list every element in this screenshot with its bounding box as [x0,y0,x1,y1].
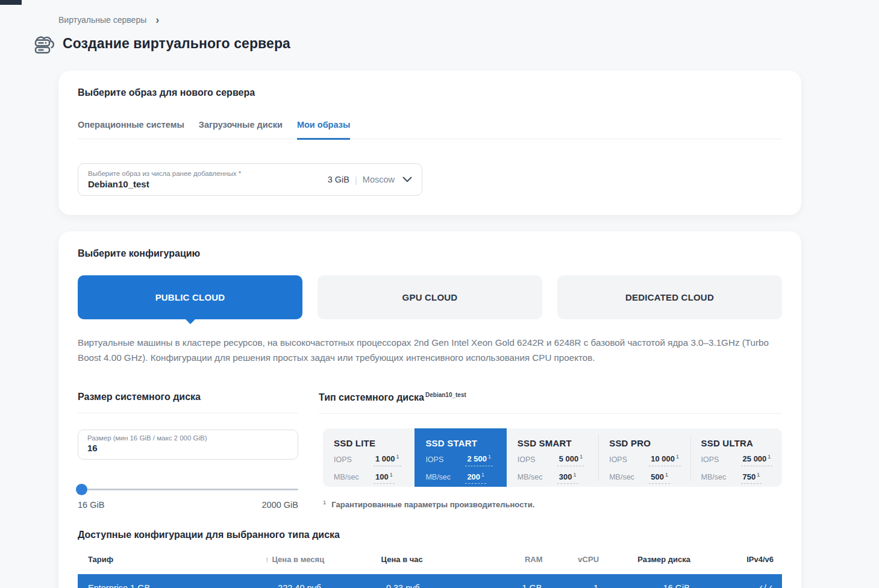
disk-type-tiles: SSD LITE IOPS1 0001 MB/sec1001 SSD START… [323,428,782,487]
cell-vcpu: 1 [543,574,599,588]
cell-price-month: 222,40 руб. [219,574,324,588]
cell-price-hour: 0,33 руб. [324,574,423,588]
col-ram: RAM [423,555,543,574]
image-select-label: Выберите образ из числа ранее добавленны… [88,170,241,177]
slider-max-label: 2000 GiB [262,500,298,510]
mbsec-value: 5001 [649,472,670,484]
iops-label: IOPS [334,455,368,464]
tab-boot-disks[interactable]: Загрузочные диски [199,120,283,140]
iops-label: IOPS [425,455,459,464]
tab-my-images[interactable]: Мои образы [297,120,350,140]
mbsec-value: 1001 [374,472,395,484]
tile-ssd-pro[interactable]: SSD PRO IOPS10 0001 MB/sec5001 [598,428,690,487]
tile-name: SSD ULTRA [701,438,777,448]
tile-ssd-smart[interactable]: SSD SMART IOPS5 0001 MB/sec3001 [507,428,598,487]
disk-size-slider[interactable] [78,484,298,495]
iops-value: 2 5001 [465,454,493,466]
tile-ssd-ultra[interactable]: SSD ULTRA IOPS25 0001 MB/sec7501 [690,428,782,487]
breadcrumb-virtual-servers[interactable]: Виртуальные серверы [58,15,146,25]
col-price-month[interactable]: ↑Цена в месяц [219,555,324,574]
slider-track[interactable] [78,489,298,490]
mbsec-label: MB/sec [609,473,643,481]
image-select[interactable]: Выберите образ из числа ранее добавленны… [78,163,422,196]
iops-label: IOPS [609,455,643,464]
iops-value: 5 0001 [557,454,585,466]
divider [78,413,298,413]
tab-operating-systems[interactable]: Операционные системы [78,120,184,140]
cloud-server-icon [31,32,55,55]
disk-type-image-superscript: Debian10_test [425,392,466,398]
breadcrumb: Виртуальные серверы › [58,15,801,25]
configurations-table: Тариф ↑Цена в месяц Цена в час RAM vCPU … [78,555,782,588]
mbsec-label: MB/sec [518,473,551,481]
col-vcpu: vCPU [543,555,599,574]
public-cloud-label: PUBLIC CLOUD [155,292,225,302]
cell-disk: 16 GiB [599,574,690,588]
col-ipv4v6: IPv4/v6 [690,555,782,574]
divider [319,413,782,414]
page-title: Создание виртуального сервера [63,36,290,52]
disk-size-field[interactable]: Размер (мин 16 GiB / макс 2 000 GiB) [78,430,298,460]
mbsec-label: MB/sec [701,473,735,481]
col-tariff: Тариф [78,555,219,574]
iops-label: IOPS [518,455,551,464]
mbsec-label: MB/sec [425,473,459,481]
iops-label: IOPS [701,455,735,464]
tile-ssd-start[interactable]: SSD START IOPS2 5001 MB/sec2001 [414,428,506,487]
mbsec-value: 2001 [465,472,486,484]
configs-heading: Доступные конфигурации для выбранного ти… [78,530,782,540]
mbsec-value: 7501 [741,472,762,484]
col-disk-size: Размер диска [599,555,690,574]
iops-value: 10 0001 [649,454,681,466]
active-pointer [185,319,196,324]
tile-ssd-lite[interactable]: SSD LITE IOPS1 0001 MB/sec1001 [323,428,414,487]
tile-name: SSD LITE [334,438,410,448]
iops-value: 25 0001 [741,454,773,466]
tile-name: SSD START [425,438,501,448]
config-card-heading: Выберите конфигурацию [78,248,782,259]
public-cloud-button[interactable]: PUBLIC CLOUD [78,275,302,319]
app-corner-chip [0,0,22,5]
image-select-value: Debian10_test [88,179,241,189]
mbsec-value: 3001 [557,472,578,484]
gpu-cloud-button[interactable]: GPU CLOUD [318,275,542,319]
sort-ascending-icon: ↑ [265,555,269,564]
chevron-down-icon[interactable] [402,177,412,183]
col-price-hour: Цена в час [324,555,423,574]
disk-size-input[interactable] [87,443,289,453]
cell-tariff: Enterprise 1 GB [78,574,219,588]
disk-size-heading: Размер системного диска [78,392,298,402]
image-card-heading: Выберите образ для нового сервера [78,87,782,98]
cell-ram: 1 GB [423,574,543,588]
dedicated-cloud-button[interactable]: DEDICATED CLOUD [557,275,782,319]
disk-size-label: Размер (мин 16 GiB / макс 2 000 GiB) [87,434,289,442]
cloud-type-buttons: PUBLIC CLOUD GPU CLOUD DEDICATED CLOUD [78,275,782,319]
slider-min-label: 16 GiB [78,500,104,510]
disk-size-section: Размер системного диска Размер (мин 16 G… [78,392,298,510]
configuration-card: Выберите конфигурацию PUBLIC CLOUD GPU C… [58,231,801,588]
iops-value: 1 0001 [374,454,401,466]
dedicated-cloud-label: DEDICATED CLOUD [625,292,714,302]
chevron-right-icon: › [155,16,159,24]
cloud-type-description: Виртуальные машины в кластере ресурсов, … [78,335,777,365]
tile-name: SSD SMART [518,438,593,448]
image-region: Moscow [363,175,395,184]
separator: | [355,175,357,185]
image-size: 3 GiB [328,175,349,184]
mbsec-label: MB/sec [334,473,368,481]
performance-footnote: 1Гарантированные параметры производитель… [323,499,782,509]
table-row-enterprise-1gb[interactable]: Enterprise 1 GB 222,40 руб. 0,33 руб. 1 … [78,574,782,588]
image-source-tabs: Операционные системы Загрузочные диски М… [78,120,782,139]
disk-type-heading: Тип системного диска [319,392,424,402]
image-selection-card: Выберите образ для нового сервера Операц… [58,70,801,215]
create-server-page: Виртуальные серверы › Создание виртуальн… [0,0,801,588]
gpu-cloud-label: GPU CLOUD [402,292,458,302]
cell-ip-checkmarks: ✓/✓ [690,574,782,588]
slider-thumb[interactable] [76,484,87,495]
disk-type-section: Тип системного дискаDebian10_test SSD LI… [319,392,782,510]
tile-name: SSD PRO [609,438,685,448]
